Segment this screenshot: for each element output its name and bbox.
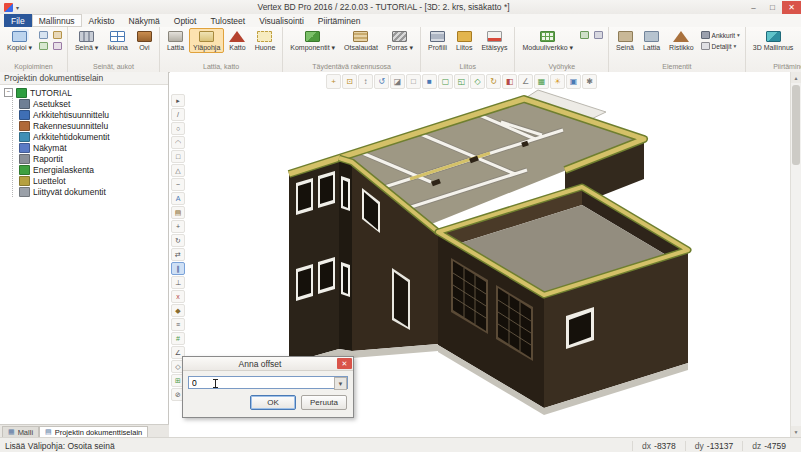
titlebar[interactable]: ▾ Vertex BD Pro 2016 / 22.0.03 - TUTORIA… bbox=[0, 0, 801, 15]
tree-item-arkkitehtisuunnittelu[interactable]: Arkkitehtisuunnittelu bbox=[19, 109, 168, 120]
quick-access-dropdown-icon[interactable]: ▾ bbox=[16, 4, 19, 11]
text-icon[interactable]: A bbox=[171, 192, 185, 205]
ribbon-button-5-moduuliverkko[interactable]: Moduuliverkko ▾ bbox=[518, 28, 577, 53]
freehand-icon[interactable]: ~ bbox=[171, 178, 185, 191]
scroll-down-icon[interactable]: ▼ bbox=[791, 426, 801, 437]
front-view-icon[interactable]: ▢ bbox=[438, 74, 453, 89]
ribbon-small-6-ankkurit[interactable]: Ankkurit▾ bbox=[699, 30, 742, 40]
close-button[interactable]: ✕ bbox=[782, 1, 801, 14]
ribbon-small-0-rotate[interactable] bbox=[51, 30, 64, 40]
menu-mallinnus[interactable]: Mallinnus bbox=[32, 14, 82, 27]
ok-button[interactable]: OK bbox=[250, 395, 296, 410]
pan-icon[interactable]: ↕ bbox=[358, 74, 373, 89]
scroll-thumb[interactable] bbox=[792, 85, 800, 165]
arc-icon[interactable]: ◠ bbox=[171, 136, 185, 149]
tab-projektin-dokumenttiselain[interactable]: ▤Projektin dokumenttiselain bbox=[39, 426, 148, 437]
offset-combo-arrow-icon[interactable]: ▼ bbox=[334, 377, 347, 390]
ribbon-small-0-move[interactable] bbox=[37, 30, 50, 40]
scroll-up-icon[interactable]: ▲ bbox=[791, 72, 801, 83]
menu-tulosteet[interactable]: Tulosteet bbox=[203, 14, 252, 27]
circle-icon[interactable]: ○ bbox=[171, 122, 185, 135]
dialog-close-icon[interactable]: ✕ bbox=[337, 358, 352, 369]
minimize-button[interactable]: – bbox=[744, 1, 763, 14]
hatch-icon[interactable]: ▤ bbox=[171, 206, 185, 219]
menu-n-kym[interactable]: Näkymä bbox=[122, 14, 167, 27]
sun-shadow-icon[interactable]: ☀ bbox=[550, 74, 565, 89]
iso-view-icon[interactable]: ◇ bbox=[470, 74, 485, 89]
tree-item-n-kym-t[interactable]: Näkymät bbox=[19, 142, 168, 153]
tree-item-rakennesuunnittelu[interactable]: Rakennesuunnittelu bbox=[19, 120, 168, 131]
menu-piirt-minen[interactable]: Piirtäminen bbox=[311, 14, 368, 27]
ribbon-button-7-3d-mallinnus[interactable]: 3D Mallinnus bbox=[749, 28, 797, 53]
ribbon-button-2-katto[interactable]: Katto bbox=[225, 28, 249, 53]
measure-icon[interactable]: ∠ bbox=[518, 74, 533, 89]
ribbon-button-3-porras[interactable]: Porras ▾ bbox=[383, 28, 417, 53]
ribbon-button-4-profiili[interactable]: Profiili bbox=[424, 28, 451, 53]
ribbon-button-1-sein[interactable]: Seinä ▾ bbox=[71, 28, 102, 53]
ribbon-button-2-lattia[interactable]: Lattia bbox=[163, 28, 188, 53]
ribbon-small-6-detaljit[interactable]: Detaljit▾ bbox=[699, 41, 742, 51]
polygon-icon[interactable]: △ bbox=[171, 164, 185, 177]
ribbon-button-4-et-isyys[interactable]: Etäisyys bbox=[477, 28, 511, 53]
erase-tool-icon[interactable]: x bbox=[171, 290, 185, 303]
zoom-all-icon[interactable]: + bbox=[326, 74, 341, 89]
tree-item-arkkitehtidokumentit[interactable]: Arkkitehtidokumentit bbox=[19, 131, 168, 142]
ribbon-button-2-yl-pohja[interactable]: Yläpohja bbox=[189, 28, 224, 53]
menu-visualisointi[interactable]: Visualisointi bbox=[252, 14, 311, 27]
section-view-icon[interactable]: ◧ bbox=[502, 74, 517, 89]
ribbon-small-0-mirror[interactable] bbox=[37, 41, 50, 51]
view-settings-icon[interactable]: ✱ bbox=[582, 74, 597, 89]
tree-item-raportit[interactable]: Raportit bbox=[19, 153, 168, 164]
tree-item-energialaskenta[interactable]: Energialaskenta bbox=[19, 164, 168, 175]
shaded-mode-icon[interactable]: ■ bbox=[422, 74, 437, 89]
coord-dx: dx-8378 bbox=[632, 441, 685, 451]
previous-view-icon[interactable]: ↺ bbox=[374, 74, 389, 89]
cancel-button[interactable]: Peruuta bbox=[301, 395, 347, 410]
ribbon-button-1-ovi[interactable]: Ovi bbox=[133, 28, 156, 53]
ribbon-small-5-zone[interactable] bbox=[578, 30, 591, 40]
wireframe-mode-icon[interactable]: □ bbox=[406, 74, 421, 89]
ribbon-button-0-kopioi[interactable]: Kopioi ▾ bbox=[3, 28, 36, 53]
hide-object-icon[interactable]: ◪ bbox=[390, 74, 405, 89]
tree-item-tutorial[interactable]: −TUTORIAL bbox=[4, 87, 168, 98]
viewport-3d[interactable]: +⊡↕↺◪□■▢◱◇↻◧∠▦☀▣✱ ▸/○◠□△~A▤+↻⇄∥⊥x◆≡#∠◇⊞⊘… bbox=[170, 72, 790, 437]
viewport-vertical-scrollbar[interactable]: ▲ ▼ bbox=[790, 72, 801, 437]
ribbon-button-1-ikkuna[interactable]: Ikkuna bbox=[103, 28, 132, 53]
collapse-icon[interactable]: − bbox=[4, 88, 13, 97]
ribbon-small-5-zone2[interactable] bbox=[592, 30, 605, 40]
select-icon[interactable]: ▸ bbox=[171, 94, 185, 107]
ribbon-button-2-huone[interactable]: Huone bbox=[251, 28, 280, 53]
rotate-view-icon[interactable]: ↻ bbox=[486, 74, 501, 89]
offset-tool-icon[interactable]: ∥ bbox=[171, 262, 185, 275]
menu-arkisto[interactable]: Arkisto bbox=[82, 14, 122, 27]
maximize-button[interactable]: □ bbox=[763, 1, 782, 14]
top-view-icon[interactable]: ◱ bbox=[454, 74, 469, 89]
tree-item-asetukset[interactable]: Asetukset bbox=[19, 98, 168, 109]
tree-item-liittyv-t-dokumentit[interactable]: Liittyvät dokumentit bbox=[19, 186, 168, 197]
rotate-tool-icon[interactable]: ↻ bbox=[171, 234, 185, 247]
ribbon-button-6-lattia[interactable]: Lattia bbox=[639, 28, 664, 53]
grid-snap-icon[interactable]: # bbox=[171, 332, 185, 345]
snap-point-icon[interactable]: ◆ bbox=[171, 304, 185, 317]
rectangle-icon[interactable]: □ bbox=[171, 150, 185, 163]
ribbon-small-0-array[interactable] bbox=[51, 41, 64, 51]
menu-optiot[interactable]: Optiot bbox=[167, 14, 204, 27]
grid-toggle-icon[interactable]: ▦ bbox=[534, 74, 549, 89]
ribbon-button-6-sein[interactable]: Seinä bbox=[612, 28, 638, 53]
camera-view-icon[interactable]: ▣ bbox=[566, 74, 581, 89]
dialog-titlebar[interactable]: Anna offset ✕ bbox=[183, 357, 353, 371]
move-tool-icon[interactable]: + bbox=[171, 220, 185, 233]
mirror-tool-icon[interactable]: ⇄ bbox=[171, 248, 185, 261]
tree-item-luettelot[interactable]: Luettelot bbox=[19, 175, 168, 186]
offset-input[interactable] bbox=[188, 376, 348, 389]
ribbon-button-6-ristikko[interactable]: Ristikko bbox=[665, 28, 698, 53]
trim-tool-icon[interactable]: ⊥ bbox=[171, 276, 185, 289]
layers-icon[interactable]: ≡ bbox=[171, 318, 185, 331]
menu-file[interactable]: File bbox=[4, 14, 32, 27]
ribbon-button-3-otsalaudat[interactable]: Otsalaudat bbox=[340, 28, 382, 53]
ribbon-button-4-liitos[interactable]: Liitos bbox=[452, 28, 476, 53]
line-icon[interactable]: / bbox=[171, 108, 185, 121]
tab-malli[interactable]: ▦Malli bbox=[2, 426, 39, 437]
zoom-window-icon[interactable]: ⊡ bbox=[342, 74, 357, 89]
ribbon-button-3-komponentit[interactable]: Komponentit ▾ bbox=[286, 28, 339, 53]
